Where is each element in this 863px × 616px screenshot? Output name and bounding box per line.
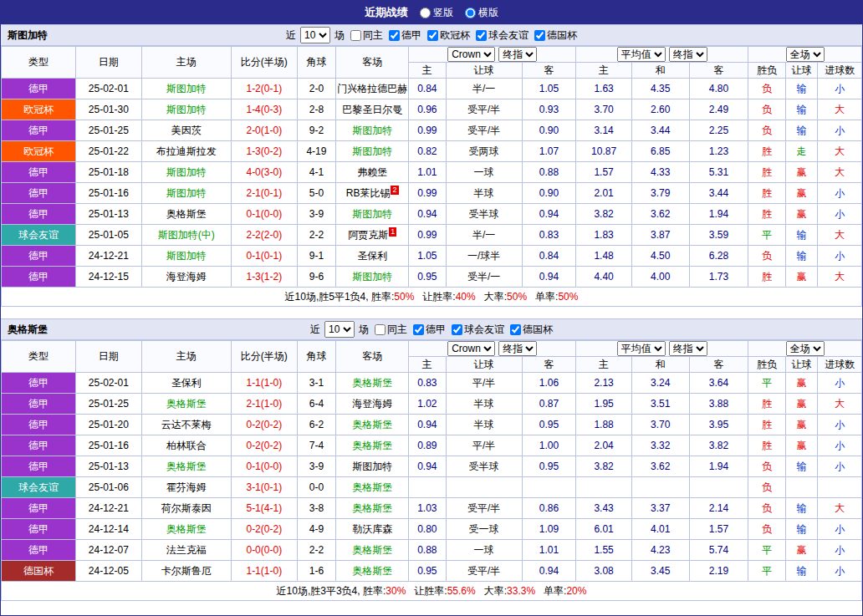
home-team-name[interactable]: 奥格斯堡 [166,523,207,535]
recent-count-select[interactable]: 10 [300,27,330,43]
home-team-name[interactable]: 美因茨 [171,125,202,136]
league-badge: 球会友谊 [2,477,76,498]
filter-league[interactable]: 德甲 [413,323,446,337]
home-team-name[interactable]: 圣保利 [171,377,202,389]
home-team-name[interactable]: 斯图加特 [166,83,207,94]
odds-source-select[interactable]: Crown [447,341,495,356]
crown-handicap: 半球 [446,415,522,435]
final-odds-select[interactable]: 终指 [498,47,537,62]
filter-league[interactable]: 欧冠杯 [427,28,470,43]
filter-league-checkbox[interactable] [476,30,487,41]
column-header: 让球 [446,357,522,373]
away-team-name[interactable]: 斯图加特 [352,271,392,283]
home-team-name[interactable]: 荷尔斯泰因 [161,502,212,514]
odds-source-select[interactable]: Crown [447,47,495,62]
avg-draw-odds: 2.60 [631,99,689,120]
filter-same-home-label: 同主 [363,28,383,43]
home-team: 奥格斯堡 [141,456,231,477]
away-team: 奥格斯堡 [336,373,409,394]
away-team-name[interactable]: RB莱比锡 [346,187,391,199]
away-team-name[interactable]: 奥格斯堡 [352,419,392,430]
vertical-radio-input[interactable] [420,8,431,18]
crown-home-odds: 0.84 [409,79,446,99]
home-team-name[interactable]: 云达不莱梅 [161,419,212,430]
match-score: 2-1(0-1) [231,183,297,204]
column-header: 客 [522,63,576,79]
home-team-name[interactable]: 斯图加特(中) [158,229,215,241]
away-team-name[interactable]: 巴黎圣日尔曼 [342,104,402,115]
horizontal-radio-input[interactable] [465,8,476,18]
filter-same-home-checkbox[interactable] [375,324,386,335]
avg-final-select[interactable]: 终指 [669,47,707,62]
away-team-name[interactable]: 奥格斯堡 [352,502,392,514]
filter-same-home-checkbox[interactable] [350,30,361,41]
filter-league-checkbox[interactable] [413,324,424,335]
filter-league[interactable]: 德国杯 [510,323,553,337]
result-goals: 大 [818,162,862,183]
scope-select[interactable]: 全场 [786,47,825,62]
filter-league-checkbox[interactable] [510,324,521,335]
filter-league-checkbox[interactable] [452,324,462,335]
away-team-name[interactable]: 奥格斯堡 [352,377,392,389]
home-team-name[interactable]: 奥格斯堡 [166,461,207,472]
result-outcome: 平 [748,561,785,582]
final-odds-select[interactable]: 终指 [498,341,537,356]
big-rate-label: 大率: [484,585,507,597]
filter-league-checkbox[interactable] [534,30,545,41]
away-team-name[interactable]: 圣保利 [357,250,387,262]
match-date: 24-12-21 [75,498,141,519]
crown-handicap: 受半球 [446,456,522,477]
filter-league[interactable]: 球会友谊 [452,323,504,337]
filter-same-home[interactable]: 同主 [375,323,407,337]
away-team-name[interactable]: 奥格斯堡 [352,440,392,451]
home-team-name[interactable]: 卡尔斯鲁厄 [161,565,212,577]
crown-handicap: 平/半 [446,435,522,456]
filter-league[interactable]: 德甲 [389,28,421,43]
match-row: 德甲25-01-25奥格斯堡2-1(1-0)6-4海登海姆1.02半球0.871… [2,394,862,415]
win-rate: 50% [394,291,414,303]
away-team-name[interactable]: 斯图加特 [352,461,392,472]
filter-league-checkbox[interactable] [427,30,438,41]
result-outcome: 负 [748,498,785,519]
layout-radio-horizontal[interactable]: 横版 [465,6,498,20]
away-team-name[interactable]: 门兴格拉德巴赫 [337,83,407,94]
filter-league[interactable]: 德国杯 [534,28,577,43]
home-team-name[interactable]: 斯图加特 [166,187,207,199]
home-team-name[interactable]: 奥格斯堡 [166,398,207,410]
avg-source-select[interactable]: 平均值 [617,341,666,356]
column-header: 主 [576,63,632,79]
recent-count-select[interactable]: 10 [324,321,355,338]
single-rate-label: 单率: [535,291,558,303]
result-handicap: 赢 [785,373,817,394]
result-outcome: 平 [748,373,785,394]
home-team-name[interactable]: 布拉迪斯拉发 [156,145,217,157]
away-team-name[interactable]: 斯图加特 [352,145,392,157]
away-team-name[interactable]: 海登海姆 [352,398,392,410]
avg-final-select[interactable]: 终指 [669,341,707,356]
home-team-name[interactable]: 斯图加特 [166,166,207,178]
home-team-name[interactable]: 海登海姆 [166,271,207,283]
away-team-name[interactable]: 奥格斯堡 [352,565,392,577]
column-header: 客 [522,357,576,373]
scope-select[interactable]: 全场 [786,341,825,356]
away-team-name[interactable]: 斯图加特 [352,208,392,220]
home-team-name[interactable]: 斯图加特 [166,104,207,115]
home-team-name[interactable]: 霍芬海姆 [166,481,207,493]
result-outcome: 负 [748,456,785,477]
away-team-name[interactable]: 阿贾克斯 [348,229,388,241]
home-team-name[interactable]: 奥格斯堡 [166,208,207,220]
away-team-name[interactable]: 勒沃库森 [352,523,392,535]
filter-league-checkbox[interactable] [389,30,400,41]
avg-source-select[interactable]: 平均值 [617,47,666,62]
away-team-name[interactable]: 奥格斯堡 [352,544,392,556]
home-team-name[interactable]: 法兰克福 [166,544,207,556]
layout-radio-vertical[interactable]: 竖版 [420,6,453,20]
home-team: 荷尔斯泰因 [141,498,231,519]
away-team-name[interactable]: 弗赖堡 [357,166,387,178]
filter-same-home[interactable]: 同主 [350,28,383,43]
away-team-name[interactable]: 奥格斯堡 [352,481,392,493]
filter-league[interactable]: 球会友谊 [476,28,529,43]
away-team-name[interactable]: 斯图加特 [352,125,392,136]
home-team-name[interactable]: 柏林联合 [166,440,207,451]
home-team-name[interactable]: 斯图加特 [166,250,207,262]
